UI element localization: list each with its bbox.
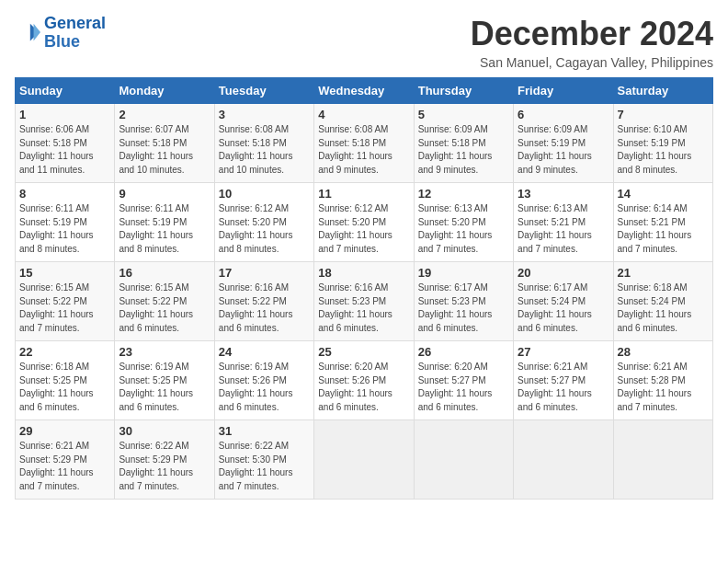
header-row: SundayMondayTuesdayWednesdayThursdayFrid… [16,78,713,104]
week-row-0: 1Sunrise: 6:06 AM Sunset: 5:18 PM Daylig… [16,104,713,183]
header-tuesday: Tuesday [214,78,313,104]
day-info: Sunrise: 6:11 AM Sunset: 5:19 PM Dayligh… [19,202,110,256]
calendar-cell: 1Sunrise: 6:06 AM Sunset: 5:18 PM Daylig… [16,104,115,183]
logo-icon [15,20,40,46]
calendar-subtitle: San Manuel, Cagayan Valley, Philippines [471,55,713,70]
day-info: Sunrise: 6:21 AM Sunset: 5:27 PM Dayligh… [518,361,609,414]
day-info: Sunrise: 6:20 AM Sunset: 5:27 PM Dayligh… [418,361,509,414]
day-info: Sunrise: 6:16 AM Sunset: 5:23 PM Dayligh… [318,282,409,335]
calendar-cell: 10Sunrise: 6:12 AM Sunset: 5:20 PM Dayli… [214,183,313,262]
day-number: 25 [318,345,409,359]
day-number: 7 [618,108,709,121]
day-number: 5 [418,108,509,121]
day-info: Sunrise: 6:13 AM Sunset: 5:20 PM Dayligh… [418,202,509,256]
header-thursday: Thursday [414,78,513,104]
day-info: Sunrise: 6:17 AM Sunset: 5:24 PM Dayligh… [518,282,609,335]
day-number: 13 [518,187,609,201]
day-number: 30 [119,424,210,438]
day-number: 29 [19,424,110,438]
calendar-cell [613,420,712,500]
day-number: 27 [518,345,609,359]
day-number: 14 [618,187,709,201]
calendar-cell [314,420,414,500]
day-info: Sunrise: 6:11 AM Sunset: 5:19 PM Dayligh… [119,202,210,256]
day-number: 1 [19,108,110,121]
calendar-cell: 13Sunrise: 6:13 AM Sunset: 5:21 PM Dayli… [514,183,613,262]
day-number: 20 [518,266,609,280]
calendar-cell: 31Sunrise: 6:22 AM Sunset: 5:30 PM Dayli… [214,420,313,500]
day-number: 31 [219,424,310,438]
day-info: Sunrise: 6:12 AM Sunset: 5:20 PM Dayligh… [219,202,310,256]
calendar-cell: 30Sunrise: 6:22 AM Sunset: 5:29 PM Dayli… [115,420,214,500]
day-number: 19 [418,266,509,280]
day-number: 15 [19,266,110,280]
day-number: 12 [418,187,509,201]
day-info: Sunrise: 6:09 AM Sunset: 5:18 PM Dayligh… [418,123,509,177]
day-info: Sunrise: 6:21 AM Sunset: 5:28 PM Dayligh… [618,361,709,414]
day-number: 10 [219,187,310,201]
calendar-cell [414,420,513,500]
svg-marker-1 [34,24,40,41]
calendar-cell: 22Sunrise: 6:18 AM Sunset: 5:25 PM Dayli… [16,341,115,420]
title-block: December 2024 San Manuel, Cagayan Valley… [471,15,713,70]
day-info: Sunrise: 6:10 AM Sunset: 5:19 PM Dayligh… [618,123,709,177]
day-info: Sunrise: 6:13 AM Sunset: 5:21 PM Dayligh… [518,202,609,256]
logo-line1: General [44,14,106,32]
logo: General Blue [15,15,106,52]
calendar-cell: 19Sunrise: 6:17 AM Sunset: 5:23 PM Dayli… [414,262,513,341]
day-info: Sunrise: 6:22 AM Sunset: 5:30 PM Dayligh… [219,440,310,493]
calendar-cell: 25Sunrise: 6:20 AM Sunset: 5:26 PM Dayli… [314,341,414,420]
calendar-cell: 26Sunrise: 6:20 AM Sunset: 5:27 PM Dayli… [414,341,513,420]
calendar-cell: 28Sunrise: 6:21 AM Sunset: 5:28 PM Dayli… [613,341,712,420]
calendar-cell: 9Sunrise: 6:11 AM Sunset: 5:19 PM Daylig… [115,183,214,262]
day-info: Sunrise: 6:18 AM Sunset: 5:24 PM Dayligh… [618,282,709,335]
day-info: Sunrise: 6:19 AM Sunset: 5:26 PM Dayligh… [219,361,310,414]
day-number: 8 [19,187,110,201]
week-row-1: 8Sunrise: 6:11 AM Sunset: 5:19 PM Daylig… [16,183,713,262]
day-number: 11 [318,187,409,201]
calendar-cell: 20Sunrise: 6:17 AM Sunset: 5:24 PM Dayli… [514,262,613,341]
calendar-cell: 6Sunrise: 6:09 AM Sunset: 5:19 PM Daylig… [514,104,613,183]
header-monday: Monday [115,78,214,104]
day-number: 24 [219,345,310,359]
calendar-cell: 4Sunrise: 6:08 AM Sunset: 5:18 PM Daylig… [314,104,414,183]
week-row-4: 29Sunrise: 6:21 AM Sunset: 5:29 PM Dayli… [16,420,713,500]
calendar-cell: 23Sunrise: 6:19 AM Sunset: 5:25 PM Dayli… [115,341,214,420]
day-info: Sunrise: 6:12 AM Sunset: 5:20 PM Dayligh… [318,202,409,256]
day-info: Sunrise: 6:19 AM Sunset: 5:25 PM Dayligh… [119,361,210,414]
week-row-3: 22Sunrise: 6:18 AM Sunset: 5:25 PM Dayli… [16,341,713,420]
day-info: Sunrise: 6:22 AM Sunset: 5:29 PM Dayligh… [119,440,210,493]
day-number: 23 [119,345,210,359]
day-info: Sunrise: 6:14 AM Sunset: 5:21 PM Dayligh… [618,202,709,256]
calendar-cell: 24Sunrise: 6:19 AM Sunset: 5:26 PM Dayli… [214,341,313,420]
calendar-cell: 11Sunrise: 6:12 AM Sunset: 5:20 PM Dayli… [314,183,414,262]
day-number: 21 [618,266,709,280]
calendar-table: SundayMondayTuesdayWednesdayThursdayFrid… [15,77,713,500]
calendar-cell: 17Sunrise: 6:16 AM Sunset: 5:22 PM Dayli… [214,262,313,341]
calendar-cell [514,420,613,500]
day-number: 9 [119,187,210,201]
header-sunday: Sunday [16,78,115,104]
day-info: Sunrise: 6:16 AM Sunset: 5:22 PM Dayligh… [219,282,310,335]
day-number: 4 [318,108,409,121]
calendar-cell: 3Sunrise: 6:08 AM Sunset: 5:18 PM Daylig… [214,104,313,183]
calendar-cell: 27Sunrise: 6:21 AM Sunset: 5:27 PM Dayli… [514,341,613,420]
calendar-cell: 5Sunrise: 6:09 AM Sunset: 5:18 PM Daylig… [414,104,513,183]
day-number: 26 [418,345,509,359]
logo-text: General Blue [44,15,106,52]
header-wednesday: Wednesday [314,78,414,104]
day-info: Sunrise: 6:21 AM Sunset: 5:29 PM Dayligh… [19,440,110,493]
week-row-2: 15Sunrise: 6:15 AM Sunset: 5:22 PM Dayli… [16,262,713,341]
calendar-cell: 2Sunrise: 6:07 AM Sunset: 5:18 PM Daylig… [115,104,214,183]
page-header: General Blue December 2024 San Manuel, C… [15,15,713,70]
day-info: Sunrise: 6:20 AM Sunset: 5:26 PM Dayligh… [318,361,409,414]
calendar-cell: 12Sunrise: 6:13 AM Sunset: 5:20 PM Dayli… [414,183,513,262]
day-number: 18 [318,266,409,280]
day-number: 16 [119,266,210,280]
day-info: Sunrise: 6:08 AM Sunset: 5:18 PM Dayligh… [318,123,409,177]
calendar-cell: 15Sunrise: 6:15 AM Sunset: 5:22 PM Dayli… [16,262,115,341]
day-info: Sunrise: 6:08 AM Sunset: 5:18 PM Dayligh… [219,123,310,177]
day-info: Sunrise: 6:06 AM Sunset: 5:18 PM Dayligh… [19,123,110,177]
day-info: Sunrise: 6:18 AM Sunset: 5:25 PM Dayligh… [19,361,110,414]
calendar-cell: 18Sunrise: 6:16 AM Sunset: 5:23 PM Dayli… [314,262,414,341]
